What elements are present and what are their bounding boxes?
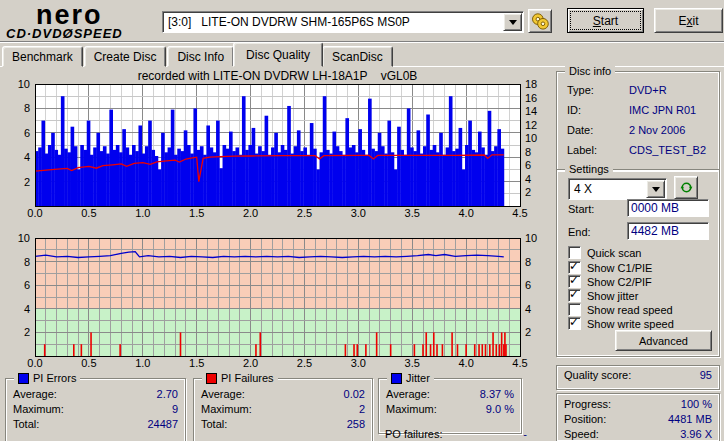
tab-create-disc[interactable]: Create Disc [84, 46, 167, 67]
pi-errors-panel-title: PI Errors [14, 372, 80, 384]
end-position-input[interactable] [627, 222, 709, 240]
svg-text:2.5: 2.5 [297, 207, 312, 219]
progress-row: Speed:3.96 X [557, 427, 719, 441]
svg-text:8: 8 [525, 256, 531, 268]
drive-select[interactable]: [3:0] LITE-ON DVDRW SHM-165P6S MS0P [162, 11, 524, 33]
drive-select-dropdown-button[interactable] [503, 13, 522, 31]
svg-text:1.5: 1.5 [189, 357, 204, 369]
stat-row: Total:24487 [6, 417, 185, 432]
quality-score-value: 95 [700, 369, 712, 386]
disc-info-row: Date:2 Nov 2006 [557, 120, 719, 140]
svg-text:1.0: 1.0 [135, 357, 150, 369]
svg-text:10: 10 [525, 132, 537, 144]
jitter-legend-swatch [391, 373, 402, 384]
pi-errors-chart: 246810246810121416180.00.51.01.52.02.53.… [0, 79, 545, 221]
progress-row: Progress:100 % [557, 397, 719, 412]
checkbox-show-c2-pif[interactable]: Show C2/PIF [568, 275, 652, 288]
scan-speed-dropdown-button[interactable] [646, 180, 665, 198]
jitter-pif-chart: 2468102468100.00.51.01.52.02.53.03.54.04… [0, 233, 545, 373]
checkbox-box[interactable] [568, 289, 581, 302]
tab-scandisc[interactable]: ScanDisc [322, 46, 393, 67]
svg-text:2.0: 2.0 [243, 207, 258, 219]
checkbox-box[interactable] [568, 246, 581, 259]
start-button[interactable]: Start [567, 8, 644, 33]
stat-row: Maximum:9.0 % [379, 402, 521, 417]
start-position-input[interactable] [627, 199, 709, 217]
po-failures-row: PO failures: - [378, 428, 534, 441]
quality-score-box: Quality score: 95 [556, 365, 720, 390]
svg-text:4.0: 4.0 [458, 357, 473, 369]
svg-text:6: 6 [24, 279, 30, 291]
pi-failures-panel: PI Failures Average:0.02 Maximum:2 Total… [193, 378, 373, 441]
toolbar-divider [0, 41, 724, 43]
svg-text:4: 4 [24, 151, 30, 163]
eject-disc-button[interactable] [528, 9, 552, 33]
quality-score-label: Quality score: [564, 369, 631, 386]
stat-row: Total:258 [194, 417, 372, 432]
svg-text:6: 6 [525, 159, 531, 171]
checkbox-label: Show C1/PIE [587, 262, 652, 274]
disc-info-group: Disc info Type:DVD+R ID:IMC JPN R01 Date… [556, 71, 720, 171]
disc-info-row: Type:DVD+R [557, 80, 719, 100]
checkbox-box[interactable] [568, 317, 581, 330]
svg-text:4: 4 [525, 303, 531, 315]
svg-text:10: 10 [18, 233, 30, 244]
svg-text:3.0: 3.0 [351, 207, 366, 219]
svg-text:8: 8 [24, 102, 30, 114]
po-failures-value: - [523, 428, 527, 441]
advanced-button[interactable]: Advanced [615, 330, 712, 351]
scan-speed-select[interactable]: 4 X [568, 178, 667, 200]
drive-select-value: [3:0] LITE-ON DVDRW SHM-165P6S MS0P [163, 15, 503, 29]
exit-button[interactable]: Exit [654, 8, 723, 33]
disc-quality-tab-page: recorded with LITE-ON DVDRW LH-18A1P vGL… [0, 66, 724, 441]
svg-text:4.5: 4.5 [512, 207, 527, 219]
svg-text:3.0: 3.0 [351, 357, 366, 369]
checkbox-label: Show write speed [587, 318, 674, 330]
pi-failures-panel-title: PI Failures [202, 372, 278, 384]
svg-text:16: 16 [525, 92, 537, 104]
checkbox-label: Show C2/PIF [587, 276, 652, 288]
cd-dvd-speed-logo-text: CD·DVDØSPEED [6, 27, 162, 41]
chevron-down-icon [652, 187, 660, 196]
svg-text:18: 18 [525, 79, 537, 90]
checkbox-quick-scan[interactable]: Quick scan [568, 246, 641, 259]
checkbox-show-read-speed[interactable]: Show read speed [568, 303, 673, 316]
jitter-panel-title: Jitter [387, 372, 434, 384]
tab-disc-quality[interactable]: Disc Quality [233, 42, 323, 67]
checkbox-show-write-speed[interactable]: Show write speed [568, 317, 674, 330]
nero-logo-text: nero [6, 3, 162, 27]
po-failures-label: PO failures: [385, 428, 442, 441]
tab-disc-info[interactable]: Disc Info [167, 46, 234, 67]
pi-failures-legend-swatch [206, 373, 217, 384]
svg-text:14: 14 [525, 105, 537, 117]
nero-logo: nero CD·DVDØSPEED [6, 3, 162, 41]
checkbox-show-jitter[interactable]: Show jitter [568, 289, 638, 302]
chevron-down-icon [509, 20, 517, 29]
pi-errors-panel: PI Errors Average:2.70 Maximum:9 Total:2… [5, 378, 186, 441]
svg-text:0.0: 0.0 [27, 357, 42, 369]
discs-icon [531, 12, 550, 31]
svg-text:4.5: 4.5 [512, 357, 527, 369]
svg-text:4: 4 [525, 173, 531, 185]
tab-benchmark[interactable]: Benchmark [2, 46, 83, 67]
disc-info-row: Label:CDS_TEST_B2 [557, 140, 719, 160]
settings-group-title: Settings [565, 163, 613, 175]
checkbox-label: Show jitter [587, 290, 638, 302]
svg-text:10: 10 [18, 79, 30, 90]
stat-row: Average:0.02 [194, 387, 372, 402]
jitter-panel: Jitter Average:8.37 % Maximum:9.0 % [378, 378, 522, 434]
svg-text:2.0: 2.0 [243, 357, 258, 369]
disc-info-row: ID:IMC JPN R01 [557, 100, 719, 120]
progress-box: Progress:100 % Position:4481 MB Speed:3.… [556, 393, 720, 441]
svg-text:10: 10 [525, 233, 537, 244]
svg-text:2: 2 [24, 176, 30, 188]
end-position-label: End: [568, 226, 591, 238]
refresh-speeds-button[interactable] [674, 176, 698, 199]
refresh-icon [679, 180, 694, 195]
svg-text:2: 2 [24, 326, 30, 338]
pi-errors-panel-label: PI Errors [33, 372, 76, 384]
checkbox-show-c1-pie[interactable]: Show C1/PIE [568, 261, 652, 274]
pi-errors-legend-swatch [18, 373, 29, 384]
svg-text:0.5: 0.5 [81, 207, 96, 219]
svg-text:2.5: 2.5 [297, 357, 312, 369]
